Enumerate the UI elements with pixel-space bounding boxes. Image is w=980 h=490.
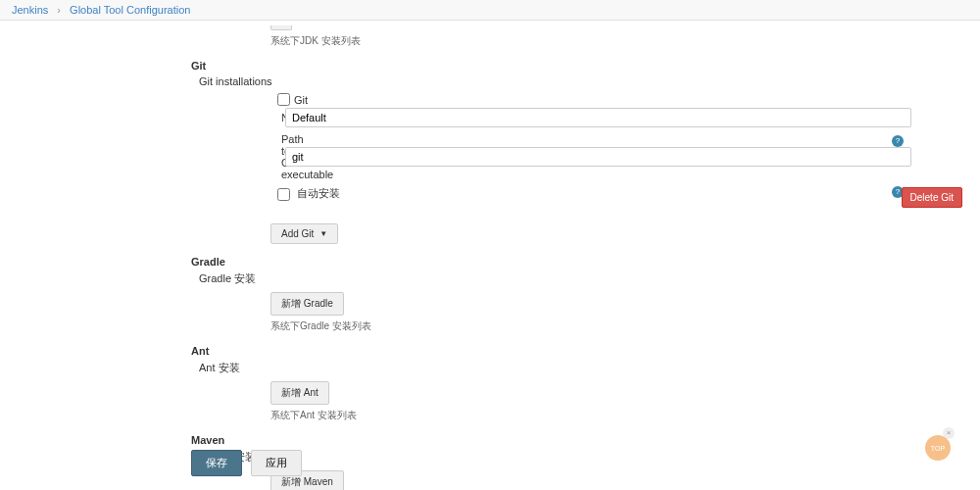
git-section-title: Git [191,60,970,72]
add-ant-button[interactable]: 新增 Ant [270,381,329,405]
save-button[interactable]: 保存 [191,450,242,476]
gradle-hint: 系统下Gradle 安装列表 [270,319,970,333]
git-auto-install-checkbox[interactable] [277,188,290,201]
maven-section-title: Maven [191,434,970,446]
git-name-input[interactable] [285,108,911,127]
git-name-label: Name [191,112,281,123]
git-auto-install-label: 自动安装 [297,187,340,199]
git-entry-label: Git [294,94,308,106]
add-git-label: Add Git [281,228,314,239]
help-icon[interactable]: ? [892,135,904,147]
breadcrumb: Jenkins › Global Tool Configuration [0,0,980,21]
breadcrumb-page[interactable]: Global Tool Configuration [70,4,190,16]
git-entry-checkbox[interactable] [277,93,290,106]
delete-git-button[interactable]: Delete Git [902,187,962,208]
ant-hint: 系统下Ant 安装列表 [270,409,970,422]
breadcrumb-sep: › [57,4,61,16]
scroll-top-button[interactable]: TOP [925,435,951,461]
git-installations-label: Git installations [199,75,970,87]
add-git-button[interactable]: Add Git ▼ [270,223,338,244]
git-path-label: Path to Git executable [191,133,281,180]
ant-install-label: Ant 安装 [199,361,970,375]
chevron-down-icon: ▼ [319,229,327,238]
git-path-input[interactable] [285,147,911,167]
git-auto-install-row[interactable]: 自动安装 [277,187,340,199]
maven-install-label: Maven 安装 [199,450,970,465]
apply-button[interactable]: 应用 [251,450,302,476]
footer-buttons: 保存 应用 [191,450,302,476]
ant-section-title: Ant [191,345,970,357]
breadcrumb-root[interactable]: Jenkins [12,4,48,16]
gradle-install-label: Gradle 安装 [199,271,970,286]
jdk-hint: 系统下JDK 安装列表 [270,34,970,48]
add-gradle-button[interactable]: 新增 Gradle [270,292,344,316]
add-jdk-button-partial[interactable] [270,25,292,30]
gradle-section-title: Gradle [191,256,970,268]
